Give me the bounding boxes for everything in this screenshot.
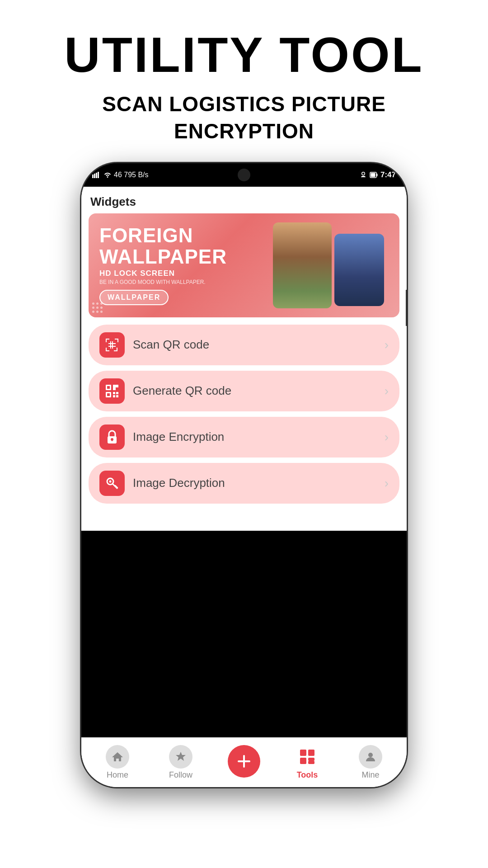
screen: Widgets FOREIGNWALLPAPER HD LOCK SCREEN … [81, 187, 407, 787]
banner-tagline: BE IN A GOOD MOOD WITH WALLPAPER. [99, 279, 389, 285]
banner-text: FOREIGNWALLPAPER HD LOCK SCREEN BE IN A … [89, 216, 399, 314]
page-title: UTILITY TOOL [64, 27, 424, 82]
nav-tools[interactable]: Tools [276, 745, 339, 780]
svg-rect-20 [112, 439, 113, 441]
generate-icon-wrap [99, 378, 125, 404]
image-decryption-chevron: › [385, 476, 389, 491]
nav-mine[interactable]: Mine [339, 745, 402, 780]
time: 7:47 [380, 170, 396, 179]
banner[interactable]: FOREIGNWALLPAPER HD LOCK SCREEN BE IN A … [89, 213, 399, 317]
page-subtitle: SCAN LOGISTICS PICTUREENCRYPTION [64, 91, 424, 145]
image-encryption-label: Image Encryption [133, 430, 224, 444]
nav-add[interactable] [212, 745, 276, 779]
svg-rect-13 [116, 392, 118, 394]
status-right: 7:47 [360, 170, 396, 179]
banner-title: FOREIGNWALLPAPER [99, 225, 389, 267]
image-decryption-left: Image Decryption [99, 471, 225, 496]
svg-rect-6 [376, 174, 378, 176]
svg-rect-10 [113, 387, 116, 390]
scan-icon [104, 337, 120, 353]
phone-shell: 46 795 B/s 7:47 Widgets [81, 163, 407, 787]
home-icon [106, 745, 129, 769]
lock-icon [104, 429, 120, 445]
svg-rect-12 [113, 392, 115, 394]
scan-icon-wrap [99, 332, 125, 358]
scan-qr-left: Scan QR code [99, 332, 209, 358]
svg-rect-27 [300, 758, 306, 764]
scan-qr-chevron: › [385, 338, 389, 352]
svg-point-22 [109, 480, 112, 482]
tools-icon [296, 745, 319, 769]
svg-point-30 [368, 753, 373, 757]
phone-wrapper: 46 795 B/s 7:47 Widgets [81, 163, 407, 787]
scan-qr-item[interactable]: Scan QR code › [89, 325, 399, 365]
svg-rect-16 [107, 386, 110, 389]
image-encryption-chevron: › [385, 430, 389, 444]
nav-home[interactable]: Home [86, 745, 149, 780]
svg-rect-25 [300, 750, 306, 756]
lock-icon-wrap [99, 425, 125, 450]
key-icon [104, 475, 120, 491]
follow-label: Follow [169, 770, 192, 780]
svg-rect-2 [96, 173, 97, 178]
page-header: UTILITY TOOL SCAN LOGISTICS PICTUREENCRY… [64, 27, 424, 145]
svg-rect-28 [308, 758, 314, 761]
tools-label: Tools [297, 770, 318, 780]
svg-rect-0 [92, 175, 94, 178]
svg-rect-15 [116, 395, 118, 397]
screen-inner: Widgets FOREIGNWALLPAPER HD LOCK SCREEN … [81, 187, 407, 787]
qr-icon [104, 383, 120, 399]
plus-icon [228, 745, 260, 778]
key-icon-wrap [99, 471, 125, 496]
image-decryption-item[interactable]: Image Decryption › [89, 463, 399, 504]
mine-icon [359, 745, 382, 769]
widgets-label: Widgets [81, 187, 407, 213]
home-label: Home [107, 770, 128, 780]
svg-rect-1 [94, 174, 95, 178]
svg-rect-14 [113, 395, 115, 397]
image-decryption-label: Image Decryption [133, 476, 225, 490]
svg-rect-9 [116, 385, 118, 387]
svg-rect-26 [308, 750, 314, 756]
bottom-nav: Home Follow [81, 737, 407, 787]
image-encryption-left: Image Encryption [99, 425, 224, 450]
svg-marker-23 [112, 752, 123, 761]
camera-notch [238, 169, 250, 181]
star-icon [169, 745, 192, 769]
generate-qr-item[interactable]: Generate QR code › [89, 371, 399, 411]
status-bar: 46 795 B/s 7:47 [81, 163, 407, 187]
network-speed: 46 795 B/s [114, 171, 149, 179]
svg-marker-24 [176, 752, 186, 761]
image-encryption-item[interactable]: Image Encryption › [89, 417, 399, 458]
nav-follow[interactable]: Follow [149, 745, 212, 780]
svg-rect-17 [107, 393, 110, 396]
generate-qr-label: Generate QR code [133, 384, 231, 398]
status-left: 46 795 B/s [92, 171, 149, 179]
banner-subtitle: HD LOCK SCREEN [99, 269, 389, 278]
svg-rect-3 [98, 172, 99, 178]
svg-rect-5 [371, 173, 375, 177]
menu-list: Scan QR code › [81, 317, 407, 531]
svg-rect-8 [113, 385, 116, 387]
black-area [81, 531, 407, 737]
mine-label: Mine [361, 770, 379, 780]
generate-qr-left: Generate QR code [99, 378, 231, 404]
scan-qr-label: Scan QR code [133, 338, 209, 352]
banner-button[interactable]: WALLPAPER [99, 290, 169, 305]
svg-rect-29 [308, 761, 314, 764]
generate-qr-chevron: › [385, 384, 389, 398]
volume-button [406, 290, 407, 326]
